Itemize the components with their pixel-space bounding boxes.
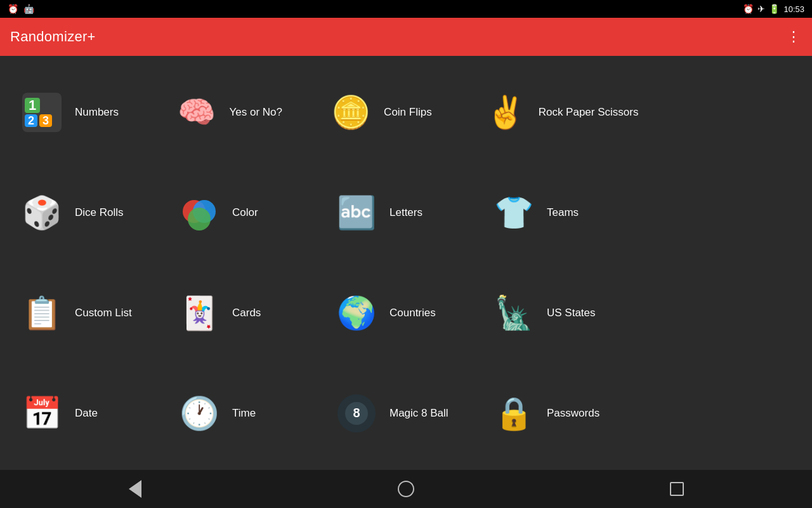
time-display: 10:53 xyxy=(783,4,804,14)
rock-paper-scissors-icon: ✌️ xyxy=(483,90,528,135)
letters-item[interactable]: 🔤 Letters xyxy=(327,163,485,263)
main-grid: 1 2 3 Numbers 🧠 Yes or No? 🪙 Coin Flips … xyxy=(0,56,812,470)
dice-rolls-label: Dice Rolls xyxy=(75,206,124,219)
status-left-icons: ⏰ 🤖 xyxy=(8,4,34,14)
rock-paper-scissors-label: Rock Paper Scissors xyxy=(539,106,639,119)
teams-item[interactable]: 👕 Teams xyxy=(485,163,642,263)
svg-text:8: 8 xyxy=(353,406,360,420)
empty-3 xyxy=(642,263,799,363)
letters-label: Letters xyxy=(390,206,422,219)
rock-paper-scissors-item[interactable]: ✌️ Rock Paper Scissors xyxy=(476,62,645,163)
recents-button[interactable] xyxy=(661,473,693,505)
passwords-item[interactable]: 🔒 Passwords xyxy=(485,363,642,464)
custom-list-icon: 📋 xyxy=(19,290,65,336)
alarm-icon: ⏰ xyxy=(8,4,18,14)
us-states-item[interactable]: 🗽 US States xyxy=(485,263,642,363)
countries-icon: 🌍 xyxy=(334,290,379,336)
color-item[interactable]: Color xyxy=(170,163,327,263)
recents-icon xyxy=(670,482,684,496)
cards-item[interactable]: 🃏 Cards xyxy=(170,263,327,363)
dice-rolls-icon: 🎲 xyxy=(19,190,65,236)
cards-label: Cards xyxy=(232,307,261,319)
overflow-menu-button[interactable]: ⋮ xyxy=(787,29,802,45)
magic-8-ball-item[interactable]: 8 Magic 8 Ball xyxy=(327,363,485,464)
magic-8-ball-label: Magic 8 Ball xyxy=(390,407,449,420)
grid-row-3: 📋 Custom List 🃏 Cards 🌍 Countries 🗽 US S… xyxy=(13,263,799,363)
empty-4 xyxy=(642,363,799,464)
time-item[interactable]: 🕐 Time xyxy=(170,363,327,464)
empty-1 xyxy=(645,62,799,163)
magic-8-ball-icon: 8 xyxy=(334,391,379,436)
svg-point-2 xyxy=(188,208,211,231)
app-title: Randomizer+ xyxy=(10,29,96,45)
date-item[interactable]: 📅 Date xyxy=(13,363,170,464)
coin-flips-label: Coin Flips xyxy=(384,106,432,119)
time-label: Time xyxy=(232,407,256,420)
passwords-label: Passwords xyxy=(547,407,599,420)
countries-item[interactable]: 🌍 Countries xyxy=(327,263,485,363)
empty-2 xyxy=(642,163,799,263)
home-icon xyxy=(398,481,414,497)
coin-flips-item[interactable]: 🪙 Coin Flips xyxy=(322,62,476,163)
yes-or-no-icon: 🧠 xyxy=(174,90,219,135)
grid-row-2: 🎲 Dice Rolls Color 🔤 Letters 👕 Teams xyxy=(13,163,799,263)
home-button[interactable] xyxy=(390,473,422,505)
color-label: Color xyxy=(232,206,258,219)
teams-icon: 👕 xyxy=(491,190,537,236)
us-states-label: US States xyxy=(547,307,596,319)
letters-icon: 🔤 xyxy=(334,190,379,236)
back-icon xyxy=(129,480,141,498)
dice-rolls-item[interactable]: 🎲 Dice Rolls xyxy=(13,163,170,263)
teams-label: Teams xyxy=(547,206,579,219)
grid-row-4: 📅 Date 🕐 Time 8 Magic 8 Ball 🔒 Passwords xyxy=(13,363,799,464)
app-bar: Randomizer+ ⋮ xyxy=(0,18,812,56)
airplane-icon: ✈ xyxy=(757,4,765,14)
status-right-icons: ⏰ ✈ 🔋 10:53 xyxy=(743,4,804,14)
date-label: Date xyxy=(75,407,98,420)
numbers-label: Numbers xyxy=(75,106,119,119)
yes-or-no-label: Yes or No? xyxy=(230,106,282,119)
numbers-icon: 1 2 3 xyxy=(19,90,65,135)
grid-row-1: 1 2 3 Numbers 🧠 Yes or No? 🪙 Coin Flips … xyxy=(13,62,799,163)
android-icon: 🤖 xyxy=(23,4,34,14)
custom-list-item[interactable]: 📋 Custom List xyxy=(13,263,170,363)
us-states-icon: 🗽 xyxy=(491,290,537,336)
status-bar: ⏰ 🤖 ⏰ ✈ 🔋 10:53 xyxy=(0,0,812,18)
back-button[interactable] xyxy=(119,473,151,505)
cards-icon: 🃏 xyxy=(176,290,222,336)
battery-icon: 🔋 xyxy=(769,4,780,14)
numbers-item[interactable]: 1 2 3 Numbers xyxy=(13,62,167,163)
yes-or-no-item[interactable]: 🧠 Yes or No? xyxy=(167,62,322,163)
clock-icon: ⏰ xyxy=(743,4,754,14)
date-icon: 📅 xyxy=(19,391,65,436)
passwords-icon: 🔒 xyxy=(491,391,537,436)
time-icon: 🕐 xyxy=(176,391,222,436)
custom-list-label: Custom List xyxy=(75,307,132,319)
coin-flips-icon: 🪙 xyxy=(328,90,374,135)
color-icon xyxy=(176,190,222,236)
bottom-navigation xyxy=(0,470,812,508)
countries-label: Countries xyxy=(390,307,436,319)
